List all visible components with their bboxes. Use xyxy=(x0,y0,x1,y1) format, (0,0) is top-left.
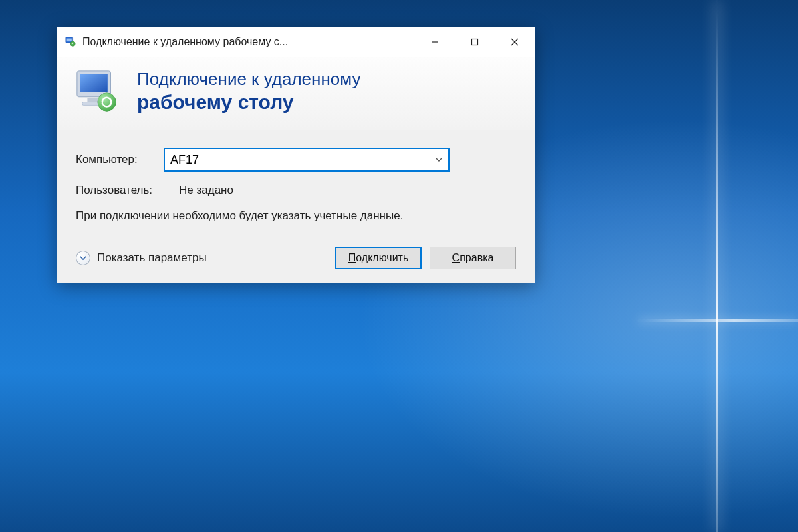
close-button[interactable] xyxy=(495,27,535,57)
window-title: Подключение к удаленному рабочему с... xyxy=(82,36,415,48)
rdp-hero-icon xyxy=(72,68,124,115)
titlebar[interactable]: Подключение к удаленному рабочему с... xyxy=(57,27,535,57)
dialog-header: Подключение к удаленному рабочему столу xyxy=(57,57,535,130)
rdp-app-icon xyxy=(64,35,77,49)
chevron-down-icon[interactable] xyxy=(430,156,443,164)
background-light-horizontal xyxy=(638,319,798,322)
minimize-button[interactable] xyxy=(415,27,455,57)
heading-line-2: рабочему столу xyxy=(137,90,360,114)
background-light xyxy=(716,0,718,532)
credentials-info: При подключении необходимо будет указать… xyxy=(76,209,435,224)
button-group: Подключить Справка xyxy=(335,247,516,269)
show-options-label: Показать параметры xyxy=(97,251,207,265)
connect-button[interactable]: Подключить xyxy=(335,247,422,269)
dialog-footer: Показать параметры Подключить Справка xyxy=(76,244,516,269)
user-label: Пользователь: xyxy=(76,184,152,197)
help-button[interactable]: Справка xyxy=(430,247,516,269)
heading-line-1: Подключение к удаленному xyxy=(137,69,360,90)
svg-rect-1 xyxy=(67,39,72,42)
show-options-toggle[interactable]: Показать параметры xyxy=(76,251,207,265)
window-controls xyxy=(415,27,535,57)
user-value: Не задано xyxy=(179,184,233,197)
svg-rect-9 xyxy=(80,74,108,92)
computer-combobox[interactable] xyxy=(164,148,450,172)
dialog-heading: Подключение к удаленному рабочему столу xyxy=(137,69,360,114)
svg-rect-4 xyxy=(472,39,478,45)
computer-label: Компьютер: xyxy=(76,153,156,166)
dialog-body: Компьютер: Пользователь: Не задано При п… xyxy=(57,130,535,283)
svg-point-13 xyxy=(98,93,116,111)
rdp-dialog-window: Подключение к удаленному рабочему с... xyxy=(57,27,535,283)
user-row: Пользователь: Не задано xyxy=(76,184,516,197)
computer-input[interactable] xyxy=(170,153,430,167)
maximize-button[interactable] xyxy=(455,27,495,57)
computer-field-row: Компьютер: xyxy=(76,148,516,172)
chevron-down-circle-icon xyxy=(76,251,90,265)
